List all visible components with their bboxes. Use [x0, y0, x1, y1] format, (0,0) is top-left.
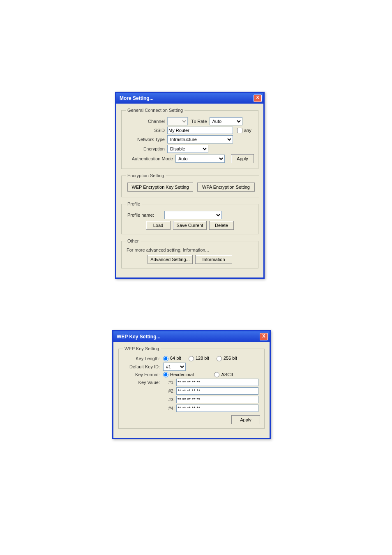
radio-128bit[interactable] [189, 356, 194, 361]
key1-input[interactable] [176, 379, 258, 386]
keyval-label: Key Value: [123, 380, 163, 385]
other-group: Other For more advanced setting, informa… [121, 238, 258, 268]
any-checkbox[interactable] [237, 128, 242, 133]
apply-button[interactable]: Apply [231, 415, 260, 424]
format-label: Key Format: [123, 372, 163, 377]
radio-hex-label[interactable]: Hexdecimal [163, 372, 194, 378]
wep-setting-button[interactable]: WEP Encryption Key Setting [127, 183, 193, 192]
wpa-setting-button[interactable]: WPA Encryption Setting [197, 183, 255, 192]
general-connection-group: General Connection Setting Channel Tx Ra… [121, 108, 258, 169]
ssid-input[interactable] [167, 127, 233, 134]
defid-label: Default Key ID: [123, 364, 163, 369]
window-title: WEP Key Setting... [117, 334, 160, 340]
encset-legend: Encryption Setting [126, 173, 166, 178]
ssid-label: SSID [126, 128, 167, 133]
window-body: General Connection Setting Channel Tx Ra… [116, 104, 263, 278]
key3-label: #3: [163, 397, 176, 402]
radio-256bit[interactable] [217, 356, 222, 361]
wep-key-group: WEP Key Setting Key Length: 64 bit 128 b… [118, 346, 265, 429]
titlebar: More Setting... X [116, 93, 263, 104]
keylen-label: Key Length: [123, 356, 163, 361]
general-legend: General Connection Setting [126, 108, 184, 113]
key4-input[interactable] [176, 405, 258, 412]
profile-group: Profile Profile name: Load Save Current … [121, 201, 258, 234]
key2-input[interactable] [176, 387, 258, 395]
save-current-button[interactable]: Save Current [173, 221, 207, 230]
delete-button[interactable]: Delete [209, 221, 234, 230]
encryption-label: Encryption [126, 146, 167, 151]
key4-label: #4: [163, 406, 176, 411]
any-label: any [244, 128, 251, 133]
auth-label: Authentication Mode [126, 156, 175, 161]
radio-ascii[interactable] [214, 372, 219, 377]
key3-input[interactable] [176, 396, 258, 403]
radio-64bit-label[interactable]: 64 bit [163, 356, 181, 361]
default-key-id-select[interactable]: #1 [163, 363, 186, 371]
close-icon[interactable]: X [260, 333, 268, 340]
txrate-select[interactable]: Auto [210, 117, 242, 125]
window-title: More Setting... [120, 95, 154, 101]
close-icon[interactable]: X [254, 95, 262, 102]
encryption-setting-group: Encryption Setting WEP Encryption Key Se… [121, 173, 259, 197]
more-setting-window: More Setting... X General Connection Set… [115, 92, 265, 279]
other-legend: Other [126, 238, 141, 243]
key2-label: #2: [163, 388, 176, 393]
profile-name-select[interactable] [164, 211, 222, 219]
encryption-select[interactable]: Disable [167, 145, 208, 153]
radio-hex[interactable] [163, 372, 168, 377]
window-body: WEP Key Setting Key Length: 64 bit 128 b… [113, 342, 270, 438]
radio-64bit[interactable] [163, 356, 168, 361]
auth-select[interactable]: Auto [175, 155, 225, 163]
information-button[interactable]: Information [195, 255, 232, 264]
nettype-select[interactable]: Infrastructure [167, 135, 233, 143]
wep-key-setting-window: WEP Key Setting... X WEP Key Setting Key… [112, 330, 271, 439]
radio-128bit-label[interactable]: 128 bit [189, 356, 209, 361]
wep-legend: WEP Key Setting [123, 346, 161, 351]
titlebar: WEP Key Setting... X [113, 331, 270, 342]
channel-select[interactable] [167, 117, 188, 125]
other-note: For more advanced setting, information..… [127, 247, 254, 252]
txrate-label: Tx Rate [188, 119, 210, 124]
key1-label: #1: [163, 380, 176, 385]
profile-legend: Profile [126, 201, 142, 206]
channel-label: Channel [126, 119, 167, 124]
advanced-setting-button[interactable]: Advanced Setting... [148, 255, 193, 264]
nettype-label: Network Type [126, 137, 167, 142]
apply-button[interactable]: Apply [231, 154, 254, 163]
load-button[interactable]: Load [146, 221, 171, 230]
radio-ascii-label[interactable]: ASCII [214, 372, 233, 378]
profile-name-label: Profile name: [126, 213, 164, 217]
radio-256bit-label[interactable]: 256 bit [217, 356, 237, 361]
